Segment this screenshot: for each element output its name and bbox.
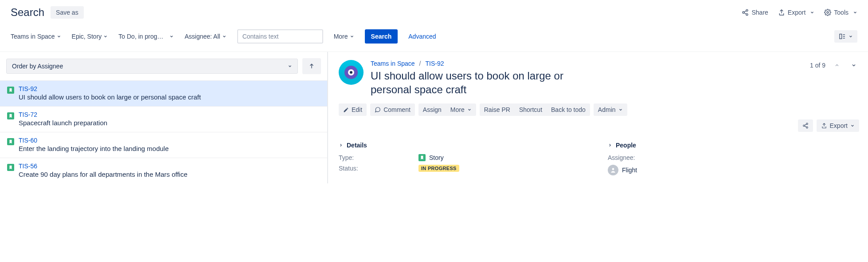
filter-project[interactable]: Teams in Space bbox=[11, 33, 61, 40]
save-as-button[interactable]: Save as bbox=[51, 6, 84, 19]
tools-label: Tools bbox=[834, 9, 848, 16]
issue-count: 1 of 9 bbox=[810, 62, 825, 69]
view-toggle-button[interactable] bbox=[834, 30, 857, 43]
chevron-down-icon bbox=[288, 64, 292, 68]
edit-label: Edit bbox=[352, 106, 362, 113]
people-title: People bbox=[616, 142, 636, 149]
svg-line-15 bbox=[804, 126, 806, 127]
breadcrumb-project[interactable]: Teams in Space bbox=[371, 60, 415, 67]
chevron-down-icon bbox=[810, 10, 814, 15]
share-button[interactable]: Share bbox=[742, 9, 768, 16]
chevron-down-icon bbox=[57, 34, 61, 39]
breadcrumb-key[interactable]: TIS-92 bbox=[426, 60, 444, 67]
issue-list-item[interactable]: TIS-92UI should allow users to book on l… bbox=[0, 80, 327, 106]
assignee-label: Assignee: bbox=[608, 154, 688, 161]
order-by-label: Order by Assignee bbox=[12, 63, 63, 70]
share-label: Share bbox=[751, 9, 768, 16]
filter-type-label: Epic, Story bbox=[72, 33, 102, 40]
filter-status-label: To Do, in prog… bbox=[118, 33, 163, 40]
issue-summary: Create 90 day plans for all departments … bbox=[19, 171, 188, 178]
chevron-down-icon bbox=[169, 34, 174, 39]
filter-more-label: More bbox=[334, 33, 348, 40]
issue-list-pane: Order by Assignee TIS-92UI should allow … bbox=[0, 52, 328, 183]
people-panel: People Assignee: Flight bbox=[608, 142, 859, 179]
chevron-right-icon[interactable] bbox=[339, 143, 343, 147]
shortcut-button[interactable]: Shortcut bbox=[515, 103, 547, 116]
detail-view-icon bbox=[839, 33, 846, 40]
issue-key: TIS-60 bbox=[19, 137, 169, 144]
order-by-select[interactable]: Order by Assignee bbox=[6, 59, 298, 74]
sort-direction-button[interactable] bbox=[302, 58, 321, 74]
admin-button[interactable]: Admin bbox=[594, 103, 627, 116]
issue-summary: Spacecraft launch preparation bbox=[19, 119, 107, 127]
issue-title: UI should allow users to book on large o… bbox=[371, 69, 601, 96]
status-label: Status: bbox=[339, 165, 418, 172]
details-title: Details bbox=[347, 142, 367, 149]
issue-list-item[interactable]: TIS-60Enter the landing trajectory into … bbox=[0, 132, 327, 158]
admin-label: Admin bbox=[598, 106, 616, 113]
svg-point-0 bbox=[746, 9, 748, 11]
story-icon bbox=[418, 154, 426, 161]
gear-icon bbox=[824, 9, 831, 16]
svg-point-1 bbox=[743, 12, 744, 13]
chevron-down-icon bbox=[467, 107, 472, 112]
back-to-todo-button[interactable]: Back to todo bbox=[547, 103, 590, 116]
share-issue-button[interactable] bbox=[798, 119, 813, 132]
breadcrumb-separator: / bbox=[419, 60, 421, 67]
prev-issue-button[interactable] bbox=[832, 60, 842, 71]
comment-icon bbox=[375, 107, 381, 113]
more-actions-button[interactable]: More bbox=[446, 103, 476, 116]
share-icon bbox=[742, 9, 749, 16]
filter-assignee[interactable]: Assignee: All bbox=[184, 33, 226, 40]
svg-line-14 bbox=[804, 124, 806, 125]
filter-more[interactable]: More bbox=[334, 33, 354, 40]
pencil-icon bbox=[343, 107, 349, 113]
project-avatar bbox=[339, 60, 364, 85]
issue-summary: UI should allow users to book on large o… bbox=[19, 93, 201, 101]
svg-line-3 bbox=[744, 11, 747, 12]
chevron-down-icon bbox=[222, 34, 227, 39]
chevron-down-icon bbox=[853, 10, 857, 15]
filter-status[interactable]: To Do, in prog… bbox=[118, 33, 174, 40]
next-issue-button[interactable] bbox=[848, 60, 859, 71]
advanced-link[interactable]: Advanced bbox=[408, 33, 436, 40]
chevron-down-icon bbox=[103, 34, 108, 39]
type-label: Type: bbox=[339, 154, 418, 161]
comment-button[interactable]: Comment bbox=[370, 103, 415, 116]
filter-assignee-label: Assignee: All bbox=[184, 33, 220, 40]
svg-point-13 bbox=[806, 127, 808, 129]
filter-type[interactable]: Epic, Story bbox=[72, 33, 108, 40]
export-button[interactable]: Export bbox=[778, 9, 814, 16]
issue-key: TIS-72 bbox=[19, 111, 107, 118]
export-label: Export bbox=[788, 9, 805, 16]
issue-summary: Enter the landing trajectory into the la… bbox=[19, 145, 169, 152]
chevron-down-icon bbox=[350, 34, 354, 39]
user-avatar bbox=[608, 165, 618, 175]
raise-pr-button[interactable]: Raise PR bbox=[480, 103, 515, 116]
share-icon bbox=[802, 123, 809, 129]
tools-button[interactable]: Tools bbox=[824, 9, 857, 16]
export-icon bbox=[821, 123, 827, 129]
issue-list-item[interactable]: TIS-72Spacecraft launch preparation bbox=[0, 106, 327, 132]
story-icon bbox=[7, 87, 14, 94]
story-icon bbox=[7, 164, 14, 171]
chevron-right-icon[interactable] bbox=[608, 143, 612, 147]
search-text-input[interactable] bbox=[237, 29, 323, 44]
breadcrumb: Teams in Space / TIS-92 bbox=[371, 60, 601, 67]
page-title: Search bbox=[11, 6, 44, 19]
edit-button[interactable]: Edit bbox=[339, 103, 367, 116]
assignee-value: Flight bbox=[622, 167, 637, 174]
export-label: Export bbox=[830, 122, 848, 129]
assign-button[interactable]: Assign bbox=[418, 103, 446, 116]
svg-point-16 bbox=[612, 168, 614, 171]
export-issue-button[interactable]: Export bbox=[817, 119, 859, 132]
issue-key: TIS-92 bbox=[19, 85, 201, 92]
issue-detail-pane: Teams in Space / TIS-92 UI should allow … bbox=[328, 52, 868, 183]
search-button[interactable]: Search bbox=[365, 29, 398, 44]
svg-point-11 bbox=[806, 123, 808, 125]
chevron-down-icon bbox=[850, 123, 855, 128]
comment-label: Comment bbox=[383, 106, 411, 113]
issue-list-item[interactable]: TIS-56Create 90 day plans for all depart… bbox=[0, 158, 327, 183]
svg-point-2 bbox=[746, 14, 748, 16]
type-value: Story bbox=[429, 154, 444, 161]
